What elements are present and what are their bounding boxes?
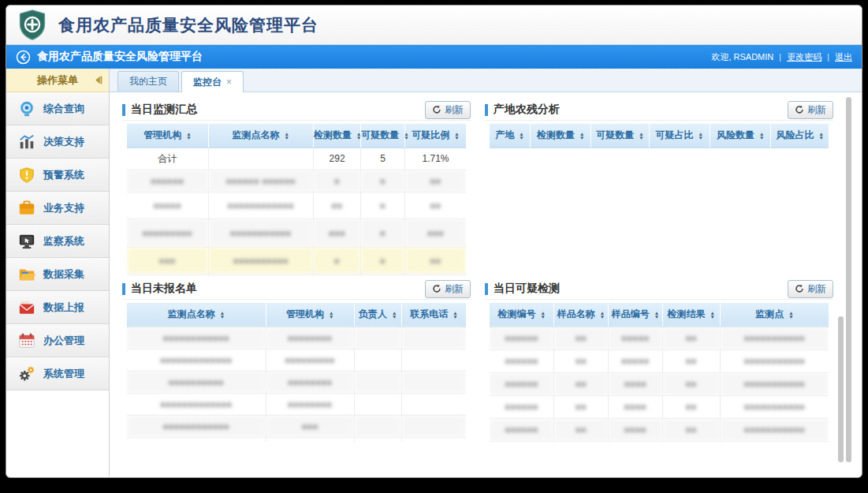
main-scrollbar-thumb[interactable] [846, 97, 851, 462]
sidebar-item-label: 系统管理 [43, 367, 84, 381]
calendar-icon [18, 332, 35, 349]
column-header[interactable]: 可疑比例▲▼ [405, 124, 466, 148]
sort-icon[interactable]: ▲▼ [654, 311, 659, 319]
tab-label: 我的主页 [129, 75, 167, 88]
table-row[interactable]: ■■■■■■■■■■■■■■■■■■ [127, 371, 466, 393]
column-header[interactable]: 可疑数量▲▼ [361, 124, 405, 148]
inner-scrollbar-thumb[interactable] [838, 316, 844, 462]
sort-icon[interactable]: ▲▼ [540, 311, 545, 319]
column-header[interactable]: 样品编号▲▼ [608, 303, 662, 327]
close-tab-icon[interactable]: × [226, 77, 232, 88]
sort-icon[interactable]: ▲▼ [220, 311, 225, 319]
today-suspicious-tests-table: 检测编号▲▼样品名称▲▼样品编号▲▼检测结果▲▼监测点▲▼■■■■■■■■■■■… [490, 303, 829, 442]
change-password-link[interactable]: 更改密码 [787, 51, 821, 63]
table-row[interactable]: ■■■■■■■■■■■■■■■■■ [127, 247, 466, 274]
table-row[interactable]: ■■■■■■■■■■■■■■■■■■■■■■■■■■ [490, 349, 829, 372]
sort-icon[interactable]: ▲▼ [453, 311, 457, 319]
column-header[interactable]: 监测点名称▲▼ [208, 124, 313, 148]
app-logo-shield-icon [17, 9, 47, 41]
sort-icon[interactable]: ▲▼ [519, 132, 523, 140]
sort-icon[interactable]: ▲▼ [698, 132, 703, 140]
sort-icon[interactable]: ▲▼ [454, 132, 459, 140]
table-row[interactable]: ■■■■■■■■■■■■■■■■■■■■■■■■■■ [490, 327, 829, 349]
column-header[interactable]: 样品名称▲▼ [554, 303, 609, 327]
welcome-text: 欢迎, RSADMIN [711, 51, 773, 63]
sidebar-item-decision-support[interactable]: 决策支持 [6, 125, 109, 159]
sidebar-item-warning-system[interactable]: 预警系统 [6, 159, 109, 192]
refresh-button[interactable]: 刷新 [425, 101, 471, 119]
column-header[interactable]: 联系电话▲▼ [401, 303, 466, 327]
column-header[interactable]: 管理机构▲▼ [127, 124, 208, 148]
column-header[interactable]: 监测点▲▼ [720, 303, 829, 327]
column-header[interactable]: 检测编号▲▼ [490, 303, 554, 327]
column-header[interactable]: 检测结果▲▼ [662, 303, 720, 327]
sort-icon[interactable]: ▲▼ [579, 132, 584, 140]
table-row[interactable]: ■■■■■■■■■■■■■■■■■■■■ [127, 327, 466, 349]
table-row[interactable]: ■■■■■■■■■■■■■■■■■■■■■■ [127, 349, 466, 371]
table-row[interactable]: ■■■■■■■■■■■■ ■■■■■■■■■■ [127, 170, 466, 192]
sidebar-item-comprehensive-query[interactable]: 综合查询 [6, 92, 109, 125]
table-cell: ■■■■■■■■■ [266, 349, 354, 371]
table-row[interactable]: ■■■■■■■■■■■■■■■■■■■■■■■■■ [490, 372, 829, 395]
sort-icon[interactable]: ▲▼ [186, 132, 191, 140]
globe-search-icon [18, 100, 35, 118]
table-row[interactable]: ■■■■■■■■■■■■■■■■■■■■■■ [127, 192, 466, 218]
table-row[interactable]: ■■■■■■■■■■■■■■■■■■■■■■■■■ [490, 418, 829, 441]
column-header[interactable]: 检测数量▲▼ [531, 124, 591, 148]
sidebar-item-supervision-system[interactable]: 监察系统 [6, 225, 109, 258]
table-row[interactable]: 合计29251.71% [127, 148, 466, 170]
sidebar-item-office-management[interactable]: 办公管理 [6, 324, 109, 357]
refresh-button[interactable]: 刷新 [788, 101, 833, 119]
sidebar-item-system-management[interactable]: 系统管理 [6, 357, 109, 390]
tab-my-homepage[interactable]: 我的主页 [117, 71, 179, 92]
sort-icon[interactable]: ▲▼ [392, 311, 397, 319]
column-header[interactable]: 产地▲▼ [490, 124, 531, 148]
column-header[interactable]: 风险数量▲▼ [710, 124, 770, 148]
sort-icon[interactable]: ▲▼ [329, 311, 333, 319]
table-row[interactable]: ■■■■■■■■■■■■■■■■■■■■■ [127, 393, 466, 415]
table-row[interactable]: ■■■■■■■■■■■■■■■■■■■■■■■■■ [490, 395, 829, 418]
table-cell: ■■■■■■ [490, 395, 554, 418]
table-cell: ■■■■■ [608, 327, 662, 349]
sidebar-item-business-support[interactable]: 业务支持 [6, 192, 109, 225]
back-icon[interactable] [16, 50, 31, 65]
refresh-button[interactable]: 刷新 [425, 280, 471, 298]
sort-icon[interactable]: ▲▼ [404, 132, 408, 140]
column-header[interactable]: 可疑数量▲▼ [591, 124, 649, 148]
refresh-icon [795, 105, 804, 114]
sort-icon[interactable]: ▲▼ [788, 311, 793, 319]
sort-icon[interactable]: ▲▼ [759, 132, 764, 140]
panel-accent-bar [122, 283, 125, 295]
column-header[interactable]: 可疑占比▲▼ [649, 124, 710, 148]
sort-icon[interactable]: ▲▼ [639, 132, 643, 140]
sort-icon[interactable]: ▲▼ [600, 311, 605, 319]
sidebar-item-data-reporting[interactable]: 数据上报 [6, 291, 109, 324]
refresh-button[interactable]: 刷新 [788, 280, 833, 298]
column-header[interactable]: 监测点名称▲▼ [127, 303, 266, 327]
table-row[interactable]: ■■■■■■■■■■■■ [127, 437, 466, 442]
collapse-sidebar-icon[interactable] [93, 75, 103, 85]
table-cell: ■■■■ [608, 372, 662, 395]
column-header[interactable]: 管理机构▲▼ [266, 303, 354, 327]
table-cell [354, 437, 401, 442]
column-header[interactable]: 检测数量▲▼ [313, 124, 360, 148]
table-cell [354, 393, 401, 415]
table-cell [401, 437, 466, 442]
monitor-icon [18, 233, 35, 250]
sort-icon[interactable]: ▲▼ [818, 132, 823, 140]
top-navigation-bar: 食用农产品质量安全风险管理平台 欢迎, RSADMIN | 更改密码 | 退出 [6, 45, 862, 69]
table-cell [354, 371, 401, 393]
column-header[interactable]: 负责人▲▼ [354, 303, 401, 327]
table-cell: ■■■■■■ [490, 372, 554, 395]
table-row[interactable]: ■■■■■■■■ [127, 274, 466, 276]
table-cell [208, 148, 313, 170]
sidebar-item-label: 综合查询 [43, 102, 84, 116]
sidebar-item-data-collection[interactable]: 数据采集 [6, 258, 109, 291]
logout-link[interactable]: 退出 [835, 51, 852, 63]
sort-icon[interactable]: ▲▼ [285, 132, 289, 140]
table-row[interactable]: ■■■■■■■■■■■■■■■ [127, 415, 466, 437]
column-header[interactable]: 风险占比▲▼ [771, 124, 829, 148]
sort-icon[interactable]: ▲▼ [710, 311, 715, 319]
table-row[interactable]: ■■■■■■■■■■■■■■■■■■■■■■■■■■■ [127, 218, 466, 247]
tab-monitor-console[interactable]: 监控台 × [181, 71, 244, 92]
